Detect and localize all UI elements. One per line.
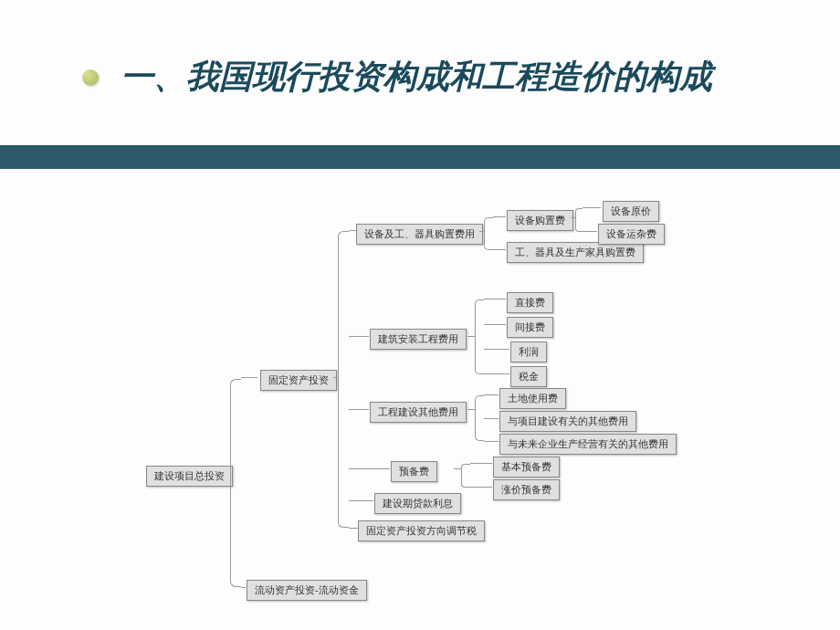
node-fixed: 固定资产投资 [260,370,337,391]
bracket [475,395,484,441]
node-trans-fee: 设备运杂费 [598,224,665,245]
connector [484,441,499,442]
connector [493,249,506,250]
connector [479,231,485,232]
node-direct: 直接费 [507,292,553,313]
node-tax-adj: 固定资产投资方向调节税 [358,520,485,541]
node-root: 建设项目总投资 [146,466,233,487]
node-equip-tool: 设备及工、器具购置费用 [356,224,483,245]
connector [467,336,475,337]
connector [583,207,601,208]
connector [241,377,257,378]
bracket [575,208,583,232]
connector [583,231,597,232]
connector [349,500,373,501]
connector [349,468,390,469]
node-future-other: 与未来企业生产经营有关的其他费用 [499,434,677,455]
node-proj-other: 与项目建设有关的其他费用 [499,411,636,432]
connector [484,299,506,299]
connector [571,217,576,218]
node-profit: 利润 [510,341,547,362]
connector [454,468,461,469]
node-orig-price: 设备原价 [603,201,659,222]
title-area: 一、我国现行投资构成和工程造价的构成 [0,0,840,118]
connector [349,528,358,529]
node-tool-fee: 工、器具及生产家具购置费 [507,242,644,263]
connector [349,336,369,337]
node-loan: 建设期贷款利息 [374,493,461,514]
connector [493,216,506,217]
bullet-icon [82,69,99,86]
node-indirect: 间接费 [507,317,553,338]
node-basic-res: 基本预备费 [493,457,560,478]
node-liquid: 流动资产投资-流动资金 [247,580,367,601]
node-land: 土地使用费 [499,388,566,409]
node-reserve: 预备费 [391,461,437,482]
connector [470,487,492,488]
node-price-res: 涨价预备费 [493,479,560,500]
node-equip-fee: 设备购置费 [507,210,573,231]
bracket [230,379,241,587]
connector [484,373,509,374]
connector [484,349,509,350]
connector [467,409,475,410]
connector [484,418,499,419]
connector [484,324,506,325]
slide-title: 一、我国现行投资构成和工程造价的构成 [121,55,712,100]
divider-bar [0,145,840,169]
connector [349,230,356,231]
bracket [475,299,484,374]
bracket [484,217,493,250]
bracket [338,231,349,528]
connector [484,394,499,395]
tree-diagram: 建设项目总投资 固定资产投资 流动资产投资-流动资金 设备及工、器具购置费用 建… [0,201,840,630]
connector [470,463,492,464]
bracket [461,464,470,488]
node-other-eng: 工程建设其他费用 [370,402,467,423]
connector [349,409,369,410]
node-tax: 税金 [510,366,547,387]
connector [333,377,339,378]
connector [241,587,246,588]
node-construct: 建筑安装工程费用 [370,329,467,350]
